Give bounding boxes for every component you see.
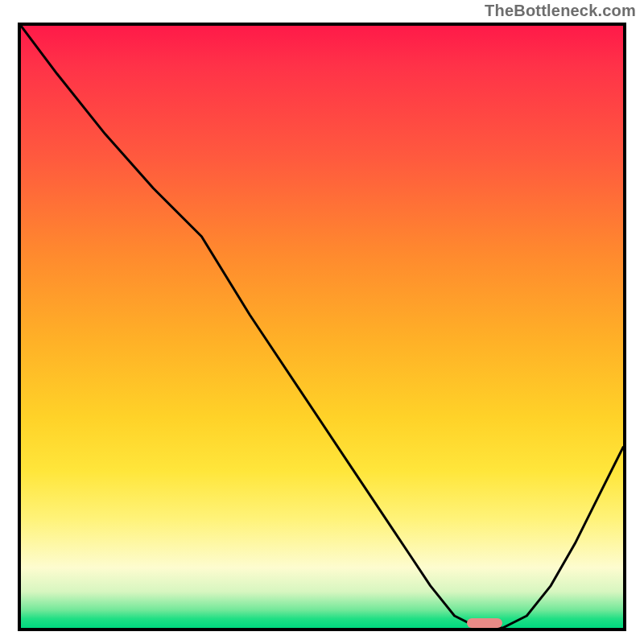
- bottleneck-curve-path: [21, 26, 623, 628]
- chart-curve-svg: [21, 26, 623, 628]
- page-root: TheBottleneck.com: [0, 0, 644, 644]
- watermark-text: TheBottleneck.com: [485, 2, 636, 20]
- optimal-point-marker: [467, 618, 503, 628]
- chart-plot-area: [18, 23, 626, 631]
